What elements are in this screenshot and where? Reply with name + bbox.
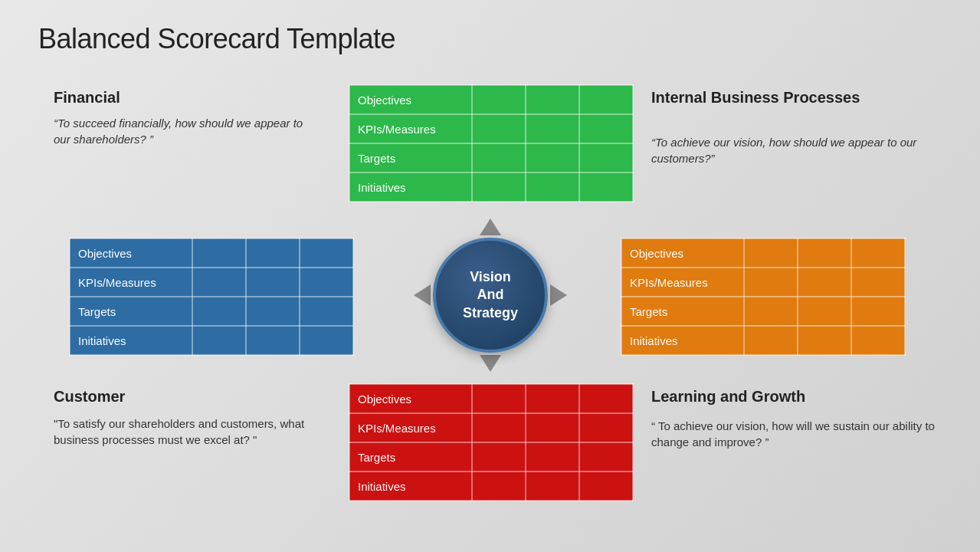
vision-strategy-circle: VisionAndStrategy xyxy=(433,238,548,353)
page-title: Balanced Scorecard Template xyxy=(38,23,395,55)
arrow-right-icon xyxy=(550,284,567,306)
vision-strategy-text: VisionAndStrategy xyxy=(463,268,518,322)
learning-label: Learning and Growth xyxy=(651,387,942,406)
financial-table: Objectives KPIs/Measures Targets Initiat… xyxy=(349,84,634,202)
customer-label: Customer xyxy=(54,387,125,406)
internal-table: Objectives KPIs/Measures Targets Initiat… xyxy=(621,238,906,356)
arrow-left-icon xyxy=(414,284,431,306)
customer-process-table: Objectives KPIs/Measures Targets Initiat… xyxy=(69,238,354,356)
customer-desc: "To satisfy our shareholders and custome… xyxy=(54,416,337,448)
financial-label: Financial xyxy=(54,88,120,107)
arrow-up-icon xyxy=(480,219,501,235)
vision-strategy-container: VisionAndStrategy xyxy=(414,219,567,372)
learning-table: Objectives KPIs/Measures Targets Initiat… xyxy=(349,383,634,501)
financial-desc: “To succeed financially, how should we a… xyxy=(54,115,314,147)
internal-desc: “To achieve our vision, how should we ap… xyxy=(651,134,942,166)
arrow-down-icon xyxy=(480,355,501,372)
learning-desc: “ To achieve our vision, how will we sus… xyxy=(651,418,942,450)
internal-label: Internal Business Processes xyxy=(651,88,889,107)
